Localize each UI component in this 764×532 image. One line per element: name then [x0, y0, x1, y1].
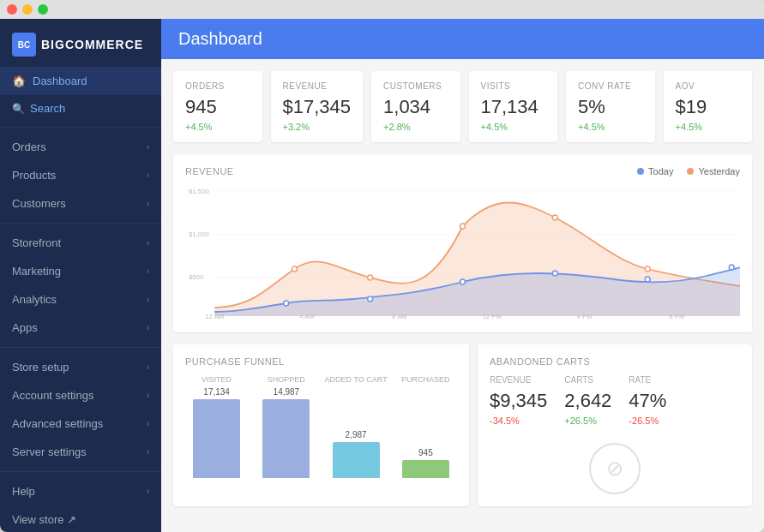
chevron-icon: › — [147, 323, 149, 332]
aband-label: REVENUE — [490, 375, 547, 385]
funnel-val: 17,134 — [203, 387, 230, 397]
maximize-button[interactable] — [38, 4, 48, 15]
stat-card-revenue: REVENUE $17,345 +3.2% — [271, 71, 364, 142]
svg-text:$1,000: $1,000 — [189, 230, 210, 238]
advanced-settings-label: Advanced settings — [12, 417, 103, 430]
chevron-icon: › — [147, 391, 149, 400]
page-title: Dashboard — [178, 29, 747, 49]
svg-text:8 AM: 8 AM — [392, 313, 407, 320]
logo-icon: BC — [12, 33, 36, 57]
sidebar-item-customers[interactable]: Customers › — [0, 189, 161, 218]
svg-text:4 PM: 4 PM — [577, 313, 593, 320]
svg-point-11 — [284, 301, 289, 306]
chevron-icon: › — [147, 295, 149, 304]
funnel-bar-wrap: 17,134 — [185, 387, 248, 478]
stat-change: +4.5% — [481, 122, 546, 132]
stat-value: $17,345 — [283, 96, 352, 118]
sidebar-item-apps[interactable]: Apps › — [0, 314, 161, 342]
svg-text:4 AM: 4 AM — [299, 313, 315, 320]
abandoned-carts-card: ABANDONED CARTS REVENUE $9,345 -34.5% CA… — [478, 344, 752, 506]
sidebar-search-label: Search — [30, 102, 65, 115]
bottom-row: PURCHASE FUNNEL VISITED 17,134 — [173, 344, 752, 506]
aband-stat-rate: RATE 47% -26.5% — [629, 375, 666, 426]
sidebar-item-server-settings[interactable]: Server settings › — [0, 438, 161, 466]
yesterday-label: Yesterday — [698, 166, 740, 176]
sidebar-item-products[interactable]: Products › — [0, 161, 161, 189]
aband-change: -34.5% — [490, 415, 547, 426]
sidebar-item-advanced-settings[interactable]: Advanced settings › — [0, 409, 161, 438]
sidebar-item-orders[interactable]: Orders › — [0, 133, 161, 161]
funnel-bar — [333, 442, 380, 478]
server-settings-label: Server settings — [12, 445, 87, 458]
stats-row: ORDERS 945 +4.5% REVENUE $17,345 +3.2% C… — [173, 71, 752, 142]
svg-point-15 — [645, 277, 650, 282]
revenue-svg: $1,500 $1,000 $500 — [185, 183, 740, 320]
orders-label: Orders — [12, 140, 46, 153]
sidebar: BC BIGCOMMERCE 🏠 Dashboard 🔍 Search — [0, 19, 161, 532]
aband-change: +26.5% — [564, 415, 611, 426]
funnel-val: 2,987 — [346, 430, 367, 439]
funnel-val: 14,987 — [274, 387, 300, 397]
storefront-label: Storefront — [12, 236, 61, 249]
sidebar-item-help[interactable]: Help › — [0, 477, 161, 505]
products-label: Products — [12, 169, 56, 182]
today-label: Today — [648, 166, 673, 176]
sidebar-item-store-setup[interactable]: Store setup › — [0, 353, 161, 381]
main-content: Dashboard ORDERS 945 +4.5% REVENUE $17,3… — [161, 19, 764, 532]
apps-label: Apps — [12, 321, 38, 334]
chevron-icon: › — [147, 238, 149, 248]
aband-value: $9,345 — [490, 390, 547, 412]
stat-card-aov: AOV $19 +4.5% — [664, 71, 753, 142]
chevron-icon: › — [147, 447, 149, 457]
app-window: BC BIGCOMMERCE 🏠 Dashboard 🔍 Search — [0, 0, 764, 532]
stat-change: +4.5% — [676, 122, 741, 132]
sidebar-item-view-store[interactable]: View store ↗ — [0, 505, 161, 532]
svg-text:12 AM: 12 AM — [205, 313, 224, 320]
logo-text: BIGCOMMERCE — [41, 38, 143, 51]
funnel-col-purchased: PURCHASED 945 — [394, 375, 457, 478]
stat-value: 5% — [578, 96, 643, 118]
aband-value: 2,642 — [564, 390, 611, 412]
svg-point-7 — [368, 275, 373, 280]
svg-text:$500: $500 — [189, 273, 204, 281]
marketing-label: Marketing — [12, 265, 61, 278]
close-button[interactable] — [7, 4, 17, 15]
stat-label: CUSTOMERS — [383, 81, 448, 91]
chart-area: $1,500 $1,000 $500 — [185, 183, 740, 320]
stat-label: ORDERS — [185, 81, 250, 91]
dashboard-icon: 🏠 — [12, 75, 26, 87]
customers-label: Customers — [12, 197, 66, 210]
svg-point-10 — [645, 266, 650, 272]
funnel-col-label: SHOPPED — [268, 375, 305, 384]
stat-label: AOV — [676, 81, 741, 91]
minimize-button[interactable] — [22, 4, 33, 15]
chevron-icon: › — [147, 487, 149, 496]
funnel-bar-wrap: 14,987 — [255, 387, 317, 478]
sidebar-item-account-settings[interactable]: Account settings › — [0, 381, 161, 409]
sidebar-item-search[interactable]: 🔍 Search — [0, 95, 161, 122]
sidebar-item-analytics[interactable]: Analytics › — [0, 285, 161, 314]
svg-text:8 PM: 8 PM — [669, 313, 684, 320]
svg-point-13 — [460, 279, 466, 284]
sidebar-item-dashboard[interactable]: 🏠 Dashboard — [0, 67, 161, 95]
stat-card-orders: ORDERS 945 +4.5% — [173, 71, 262, 142]
aband-stat-revenue: REVENUE $9,345 -34.5% — [490, 375, 547, 426]
chevron-icon: › — [147, 362, 149, 372]
sidebar-item-marketing[interactable]: Marketing › — [0, 257, 161, 285]
funnel-col-label: ADDED TO CART — [325, 375, 388, 384]
chevron-icon: › — [147, 419, 149, 428]
svg-point-14 — [552, 271, 557, 276]
stat-card-customers: CUSTOMERS 1,034 +2.8% — [371, 71, 460, 142]
dashboard-content: ORDERS 945 +4.5% REVENUE $17,345 +3.2% C… — [161, 59, 764, 532]
stat-value: $19 — [676, 96, 741, 118]
svg-point-16 — [729, 265, 734, 270]
svg-point-8 — [460, 224, 466, 229]
chevron-icon: › — [147, 170, 149, 180]
aband-label: CARTS — [564, 375, 611, 385]
svg-text:12 PM: 12 PM — [482, 313, 502, 320]
sidebar-divider-3 — [0, 347, 161, 348]
stat-label: VISITS — [481, 81, 546, 91]
sidebar-item-storefront[interactable]: Storefront › — [0, 229, 161, 257]
stat-label: REVENUE — [283, 81, 352, 91]
funnel-bar-wrap: 2,987 — [325, 387, 388, 478]
